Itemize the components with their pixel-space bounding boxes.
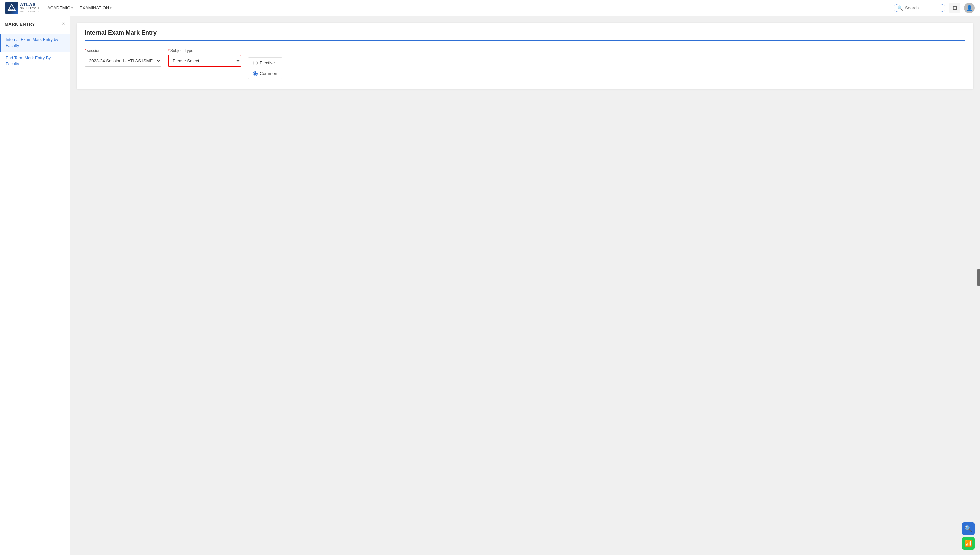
sidebar-item-end-term-label: End Term Mark Entry By Faculty (6, 55, 65, 67)
subject-type-required-star: * (168, 48, 170, 53)
session-select[interactable]: 2023-24 Session I - ATLAS ISME Scho... (85, 55, 161, 67)
radio-elective-label: Elective (260, 60, 275, 65)
radio-group-field: Elective Common (248, 48, 282, 79)
avatar[interactable]: 👤 (964, 3, 975, 13)
nav-links: ACADEMIC ▾ EXAMINATION ▾ (47, 5, 112, 10)
sidebar-close-button[interactable]: × (62, 21, 65, 27)
sidebar-item-internal-exam[interactable]: Internal Exam Mark Entry by Faculty (0, 34, 70, 52)
topnav-right: 🔍 ⊞ 👤 (894, 3, 975, 13)
topnav: ATLAS ATLAS SKILLTECH UNIVERSITY ACADEMI… (0, 0, 980, 16)
sidebar-items: Internal Exam Mark Entry by Faculty End … (0, 34, 70, 70)
nav-examination[interactable]: EXAMINATION ▾ (80, 5, 112, 10)
main-layout: MARK ENTRY × Internal Exam Mark Entry by… (0, 16, 980, 555)
scroll-tab[interactable] (977, 269, 980, 286)
sidebar-header: MARK ENTRY × (0, 21, 70, 31)
form-row: *session 2023-24 Session I - ATLAS ISME … (85, 48, 966, 79)
sidebar-item-end-term[interactable]: End Term Mark Entry By Faculty (0, 52, 70, 70)
nav-academic[interactable]: ACADEMIC ▾ (47, 5, 73, 10)
search-input[interactable] (905, 5, 941, 10)
sidebar-title: MARK ENTRY (5, 22, 35, 27)
subject-type-label: *Subject Type (168, 48, 241, 53)
examination-caret: ▾ (110, 6, 112, 10)
search-box[interactable]: 🔍 (894, 4, 945, 12)
subject-type-radio-group: Elective Common (248, 57, 282, 79)
radio-common-label: Common (260, 71, 277, 76)
search-widget-button[interactable]: 🔍 (962, 522, 975, 535)
svg-text:ATLAS: ATLAS (9, 8, 14, 10)
wifi-icon: 📶 (965, 540, 972, 547)
academic-caret: ▾ (71, 6, 73, 10)
bottom-widget: 🔍 📶 (962, 522, 975, 550)
logo-area: ATLAS ATLAS SKILLTECH UNIVERSITY (5, 2, 39, 14)
logo-icon: ATLAS (5, 2, 18, 14)
card-title: Internal Exam Mark Entry (85, 29, 966, 41)
radio-option-elective[interactable]: Elective (248, 58, 282, 68)
grid-icon: ⊞ (953, 5, 957, 11)
radio-common[interactable] (253, 71, 258, 76)
session-label: *session (85, 48, 161, 53)
search-widget-icon: 🔍 (965, 525, 972, 533)
main-card: Internal Exam Mark Entry *session 2023-2… (77, 22, 974, 89)
topnav-left: ATLAS ATLAS SKILLTECH UNIVERSITY ACADEMI… (5, 2, 112, 14)
grid-icon-button[interactable]: ⊞ (949, 3, 960, 13)
content-area: Internal Exam Mark Entry *session 2023-2… (70, 16, 980, 555)
sidebar: MARK ENTRY × Internal Exam Mark Entry by… (0, 16, 70, 555)
wifi-widget-button[interactable]: 📶 (962, 537, 975, 550)
avatar-icon: 👤 (966, 5, 973, 11)
sidebar-item-internal-exam-label: Internal Exam Mark Entry by Faculty (6, 37, 65, 49)
session-field: *session 2023-24 Session I - ATLAS ISME … (85, 48, 161, 67)
session-required-star: * (85, 48, 86, 53)
logo-text: ATLAS SKILLTECH UNIVERSITY (20, 2, 39, 13)
subject-type-field: *Subject Type Please Select Elective Com… (168, 48, 241, 67)
radio-option-common[interactable]: Common (248, 68, 282, 79)
radio-elective[interactable] (253, 61, 258, 65)
search-icon: 🔍 (897, 5, 903, 11)
subject-type-select[interactable]: Please Select Elective Common (168, 55, 241, 67)
